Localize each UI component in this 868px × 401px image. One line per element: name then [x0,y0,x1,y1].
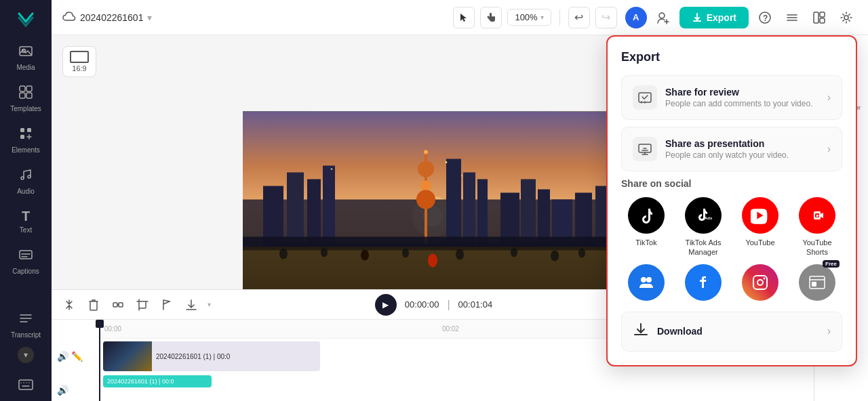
elements-icon [18,126,33,144]
download-btn[interactable]: Download › [621,312,842,352]
sidebar-item-audio[interactable]: Audio [3,162,49,200]
redo-btn[interactable]: ↪ [595,7,617,28]
download-left: Download [633,322,703,341]
settings-btn[interactable] [835,7,857,28]
svg-point-67 [361,250,369,261]
svg-point-104 [757,280,763,285]
project-name[interactable]: 202402261601 ▾ [62,11,152,24]
share-review-chevron-icon: › [827,91,831,104]
svg-point-9 [21,177,24,180]
export-button[interactable]: Export [679,7,749,28]
volume-icon[interactable]: 🔊 [57,351,68,362]
sidebar-item-transcript-label: Transcript [11,331,41,339]
svg-rect-8 [20,135,24,139]
menu-btn[interactable] [781,7,803,28]
cursor-tool-btn[interactable] [453,7,475,28]
media-icon [18,43,33,62]
aspect-ratio-badge[interactable]: 16:9 [62,46,96,77]
svg-point-61 [446,161,448,163]
export-panel-title: Export [621,50,842,64]
social-tiktok[interactable]: TikTok [621,197,671,257]
sidebar-item-captions[interactable]: Captions [3,242,49,280]
tiktok-ads-icon: Ads [685,197,722,234]
aspect-ratio-icon [70,51,89,63]
help-icon: ? [758,11,772,24]
audio-track[interactable]: 202402261601 (1) | 00:0 [103,375,808,401]
youtube-shorts-label: YouTube Shorts [792,238,842,257]
social-instagram[interactable] [735,264,785,305]
svg-point-47 [420,181,431,192]
ripple-tool-btn[interactable] [108,295,127,314]
social-facebook[interactable] [678,264,728,305]
sidebar-item-text-label: Text [20,226,32,234]
svg-point-10 [28,175,31,178]
social-tiktok-ads[interactable]: Ads TikTok Ads Manager [678,197,728,257]
sidebar-item-elements[interactable]: Elements [3,121,49,159]
zoom-control[interactable]: 100% ▾ [507,9,551,26]
thumbnail-image [103,341,152,371]
share-for-review-btn[interactable]: Share for review People can add comments… [621,75,842,120]
timeline-cursor [99,320,100,401]
play-icon: ▶ [382,300,389,310]
sidebar-item-transcript[interactable]: Transcript [3,305,49,344]
svg-rect-44 [323,166,335,247]
audio-volume-icon[interactable]: 🔊 [57,385,68,396]
video-clip[interactable]: 202402261601 (1) | 00:0 [103,341,320,371]
user-avatar[interactable]: A [625,7,647,28]
share-pres-info: Share as presentation People can only wa… [665,138,789,160]
svg-rect-7 [27,128,31,132]
help-btn[interactable]: ? [754,7,776,28]
svg-rect-60 [270,244,595,247]
svg-rect-34 [820,18,825,23]
social-youtube[interactable]: YouTube [735,197,785,257]
social-googlemeet[interactable] [621,264,671,305]
svg-rect-75 [119,303,123,307]
svg-rect-32 [814,12,818,23]
svg-rect-6 [20,128,24,132]
undo-icon: ↩ [574,11,583,24]
svg-rect-74 [113,303,117,307]
cloud-icon [62,11,76,24]
sidebar: Media Templates Elements [0,0,52,401]
sidebar-item-media[interactable]: Media [3,38,49,77]
sidebar-item-templates[interactable]: Templates [3,79,49,118]
svg-point-102 [646,277,652,282]
share-review-info: Share for review People can add comments… [665,87,812,108]
export-panel: Export Share for review People can add c… [606,35,857,366]
delete-tool-btn[interactable] [84,295,103,314]
audio-clip[interactable]: 202402261601 (1) | 00:0 [103,375,212,387]
share-social-label: Share on social [621,178,842,189]
social-more[interactable]: Free [792,264,842,305]
total-time: 00:01:04 [458,299,493,310]
topbar-tools: 100% ▾ ↩ ↪ [453,7,616,28]
crop-tool-btn[interactable] [133,295,152,314]
add-user-icon [656,11,670,24]
svg-point-72 [578,249,585,258]
svg-point-65 [279,249,288,259]
audio-icon [18,167,33,186]
redo-icon: ↪ [601,11,610,24]
download-tool-btn[interactable] [182,295,201,314]
play-button[interactable]: ▶ [375,294,397,316]
download-label: Download [657,326,703,337]
share-pres-desc: People can only watch your video. [665,150,789,160]
hand-tool-btn[interactable] [480,7,502,28]
sidebar-item-text[interactable]: T Text [3,203,49,239]
undo-btn[interactable]: ↩ [568,7,590,28]
sidebar-item-templates-label: Templates [10,105,41,112]
social-youtube-shorts[interactable]: ▶ YouTube Shorts [792,197,842,257]
split-tool-btn[interactable] [60,295,79,314]
add-user-btn[interactable] [652,7,674,28]
layout-btn[interactable] [808,7,830,28]
cursor-head [96,320,104,328]
app-logo[interactable] [14,5,38,30]
share-as-presentation-btn[interactable]: Share as presentation People can only wa… [621,127,842,171]
audio-track-row: 🔊 202402261601 (1) | 00:0 [52,373,814,401]
sidebar-item-media-label: Media [16,64,35,71]
sidebar-item-keyboard[interactable] [3,374,49,396]
flag-tool-btn[interactable] [157,295,176,314]
edit-icon[interactable]: ✏️ [71,351,83,362]
download-icon [633,322,649,341]
sidebar-expand-btn[interactable]: ▾ [18,347,34,363]
svg-rect-51 [463,173,475,247]
